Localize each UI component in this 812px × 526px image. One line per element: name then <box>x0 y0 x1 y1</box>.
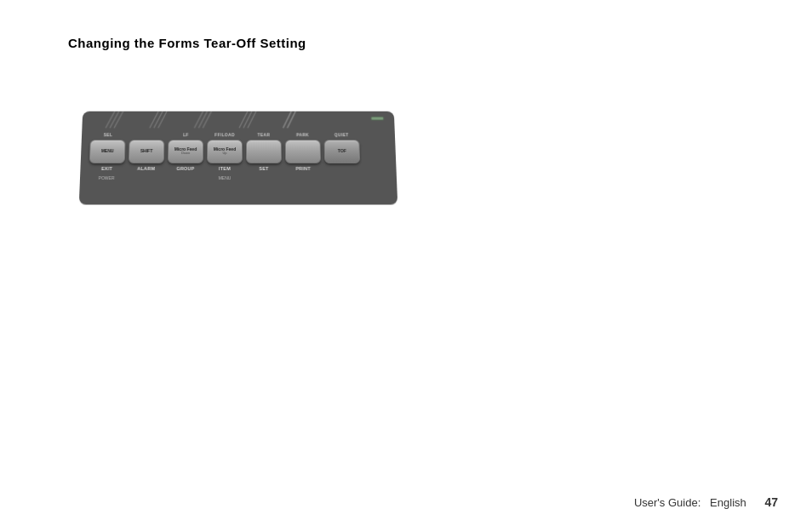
set-bottom-label2 <box>263 174 264 181</box>
group-sub-label: Down <box>181 152 190 155</box>
svg-line-0 <box>106 111 115 129</box>
item-top-label: FF/LOAD <box>214 131 235 138</box>
page-number: 47 <box>764 495 778 509</box>
shift-bottom-label2 <box>146 174 147 181</box>
svg-line-10 <box>243 111 252 129</box>
svg-line-13 <box>287 111 295 129</box>
svg-line-8 <box>203 111 211 129</box>
indicator-light <box>370 117 384 121</box>
tof-bottom-label2 <box>342 174 344 181</box>
page-title: Changing the Forms Tear-Off Setting <box>68 36 306 50</box>
menu-main-label: MENU <box>101 149 114 153</box>
group-bottom-label2 <box>185 174 186 181</box>
svg-line-3 <box>150 111 158 129</box>
print-top-label: PARK <box>296 131 309 138</box>
svg-line-1 <box>110 111 119 129</box>
shift-main-label: SHIFT <box>140 149 153 153</box>
svg-line-9 <box>239 111 248 129</box>
svg-line-4 <box>154 111 163 129</box>
menu-bottom-label: EXIT <box>101 164 112 172</box>
tof-bottom-label <box>341 164 343 172</box>
menu-btn-group: SELSEL MENU EXIT POWER <box>89 131 126 181</box>
tof-btn-group: QUIET TOF <box>323 131 361 181</box>
svg-line-5 <box>158 111 167 129</box>
svg-line-11 <box>248 111 256 129</box>
control-panel-container: SELSEL MENU EXIT POWER SHIFT ALARM LF Mi… <box>81 111 396 204</box>
set-btn-group: TEAR SET <box>246 131 282 181</box>
item-bottom-label: ITEM <box>219 164 231 172</box>
shift-btn-group: SHIFT ALARM <box>128 131 164 181</box>
group-btn-group: LF Micro Feed Down GROUP <box>167 131 203 181</box>
svg-line-6 <box>194 111 203 129</box>
item-btn-group: FF/LOAD Micro Feed Up ITEM MENU <box>207 131 243 181</box>
svg-line-7 <box>198 111 207 129</box>
print-bottom-label2 <box>303 174 305 181</box>
tof-main-label: TOF <box>338 149 346 153</box>
guide-label: User's Guide: <box>634 496 700 509</box>
footer: User's Guide: English 47 <box>634 495 778 509</box>
control-panel: SELSEL MENU EXIT POWER SHIFT ALARM LF Mi… <box>79 111 397 205</box>
menu-top-label: SELSEL <box>103 131 112 138</box>
set-button[interactable] <box>246 140 282 163</box>
print-bottom-label: PRINT <box>295 164 311 172</box>
svg-line-12 <box>283 111 291 129</box>
print-btn-group: PARK PRINT <box>285 131 322 181</box>
item-sub-label: Up <box>222 152 226 155</box>
set-top-label: TEAR <box>257 131 270 138</box>
group-bottom-label: GROUP <box>176 164 194 172</box>
language-label: English <box>710 496 746 509</box>
tof-button[interactable]: TOF <box>324 140 361 163</box>
shift-bottom-label: ALARM <box>137 164 155 172</box>
print-button[interactable] <box>285 140 321 163</box>
item-bottom-label2: MENU <box>218 174 231 181</box>
item-button[interactable]: Micro Feed Up <box>207 140 243 163</box>
tof-top-label: QUIET <box>335 131 349 138</box>
shift-button[interactable]: SHIFT <box>129 140 165 163</box>
menu-bottom-label2: POWER <box>99 174 115 181</box>
group-button[interactable]: Micro Feed Down <box>168 140 203 163</box>
svg-line-2 <box>114 111 123 129</box>
shift-top-label <box>146 131 148 138</box>
menu-button[interactable]: MENU <box>89 140 126 163</box>
group-top-label: LF <box>183 131 189 138</box>
set-bottom-label: SET <box>259 164 268 172</box>
